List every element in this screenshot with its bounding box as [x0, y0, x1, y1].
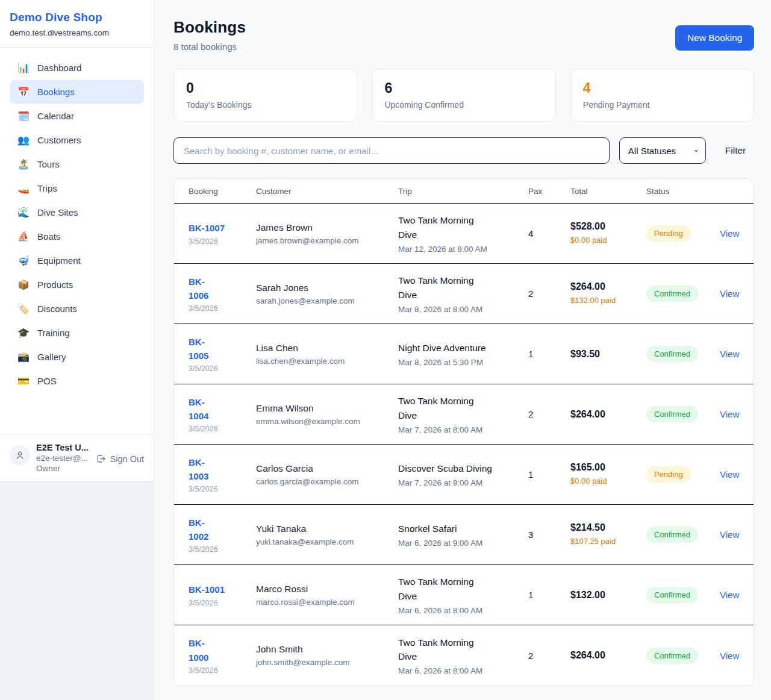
status-filter-select[interactable]: All Statuses — [619, 137, 706, 164]
pax-count: 1 — [528, 590, 570, 600]
sign-out-button[interactable]: Sign Out — [96, 454, 144, 464]
sidebar-item-products[interactable]: 📦Products — [10, 273, 144, 296]
trip-name: Two Tank Morning Dive — [398, 273, 495, 302]
sign-out-label: Sign Out — [110, 454, 144, 464]
view-link[interactable]: View — [720, 469, 739, 480]
column-header-booking: Booking — [189, 187, 256, 196]
booking-id-link[interactable]: BK- 1005 — [189, 335, 256, 363]
table-row: BK-1007 3/5/2026 James Brown james.brown… — [174, 204, 754, 264]
view-link[interactable]: View — [720, 289, 739, 299]
trip-name: Snorkel Safari — [398, 522, 495, 536]
sidebar-item-label: Bookings — [37, 87, 75, 97]
column-header-customer: Customer — [256, 187, 398, 196]
sidebar-item-dashboard[interactable]: 📊Dashboard — [10, 56, 144, 80]
customer-email: james.brown@example.com — [256, 236, 398, 245]
sidebar-item-boats[interactable]: ⛵Boats — [10, 225, 144, 248]
sidebar-item-label: Dive Sites — [37, 207, 78, 217]
view-link[interactable]: View — [720, 349, 739, 359]
total-cell: $132.00 — [570, 590, 646, 601]
booking-date: 3/5/2026 — [189, 425, 256, 433]
sidebar-item-label: POS — [37, 376, 57, 386]
customer-cell: Emma Wilson emma.wilson@example.com — [256, 403, 398, 426]
table-row: BK- 1004 3/5/2026 Emma Wilson emma.wilso… — [174, 384, 754, 445]
stat-value: 4 — [583, 80, 741, 96]
customer-email: marco.rossi@example.com — [256, 598, 398, 607]
table-row: BK- 1000 3/5/2026 John Smith john.smith@… — [174, 625, 754, 686]
total-cell: $93.50 — [570, 349, 646, 360]
status-badge: Confirmed — [646, 406, 698, 422]
pos-card-icon: 💳 — [17, 375, 30, 387]
view-link[interactable]: View — [720, 409, 739, 419]
booking-id-link[interactable]: BK- 1006 — [189, 275, 256, 303]
status-cell: Confirmed — [646, 648, 720, 664]
dashboard-chart-icon: 📊 — [17, 62, 30, 73]
sidebar-item-label: Products — [37, 280, 73, 290]
customer-cell: Sarah Jones sarah.jones@example.com — [256, 283, 398, 305]
sidebar-item-tours[interactable]: 🏝️Tours — [10, 152, 144, 176]
sidebar-item-discounts[interactable]: 🏷️Discounts — [10, 297, 144, 320]
table-row: BK- 1002 3/5/2026 Yuki Tanaka yuki.tanak… — [174, 505, 754, 565]
view-link[interactable]: View — [720, 530, 739, 540]
booking-id-link[interactable]: BK-1001 — [189, 583, 256, 596]
booking-id-link[interactable]: BK-1007 — [189, 221, 256, 235]
status-cell: Pending — [646, 466, 720, 483]
paid-amount: $0.00 paid — [570, 235, 619, 246]
equipment-mask-icon: 🤿 — [17, 255, 30, 266]
sidebar-item-gallery[interactable]: 📸Gallery — [10, 345, 144, 369]
booking-id-link[interactable]: BK- 1003 — [189, 455, 256, 484]
trip-name: Two Tank Morning Dive — [398, 636, 495, 664]
customer-name: Lisa Chen — [256, 343, 398, 354]
booking-cell: BK-1007 3/5/2026 — [189, 221, 256, 245]
page-title: Bookings — [173, 18, 246, 37]
view-link[interactable]: View — [720, 651, 739, 661]
bookings-calendar-icon: 📅 — [17, 86, 30, 98]
search-input[interactable] — [173, 137, 610, 164]
user-section: E2E Test U... e2e-tester@... Owner Sign … — [0, 434, 154, 481]
paid-amount: $107.25 paid — [570, 536, 619, 547]
status-badge: Confirmed — [646, 346, 698, 362]
total-amount: $93.50 — [570, 349, 646, 360]
status-badge: Pending — [646, 225, 691, 242]
dive-sites-wave-icon: 🌊 — [17, 207, 30, 218]
sidebar-item-dive-sites[interactable]: 🌊Dive Sites — [10, 201, 144, 224]
sidebar-item-training[interactable]: 🎓Training — [10, 321, 144, 345]
sidebar-item-label: Training — [37, 328, 70, 338]
customer-email: john.smith@example.com — [256, 658, 398, 667]
trips-boat-icon: 🚤 — [17, 183, 30, 194]
trip-cell: Two Tank Morning Dive Mar 6, 2026 at 8:0… — [398, 575, 528, 615]
sidebar-item-trips[interactable]: 🚤Trips — [10, 177, 144, 200]
booking-id-link[interactable]: BK- 1002 — [189, 516, 256, 544]
main-content: Bookings 8 total bookings New Booking 0 … — [154, 0, 771, 700]
sidebar-item-label: Equipment — [37, 255, 81, 266]
status-badge: Pending — [646, 466, 691, 483]
filter-button[interactable]: Filter — [716, 145, 754, 156]
filter-controls: All Statuses ⌄ Filter — [173, 137, 754, 164]
user-info: E2E Test U... e2e-tester@... Owner — [36, 443, 90, 473]
sidebar-item-equipment[interactable]: 🤿Equipment — [10, 249, 144, 272]
sidebar-item-pos[interactable]: 💳POS — [10, 369, 144, 393]
status-cell: Confirmed — [646, 406, 720, 422]
trip-cell: Snorkel Safari Mar 6, 2026 at 9:00 AM — [398, 522, 528, 548]
new-booking-button[interactable]: New Booking — [675, 25, 754, 51]
brand-name: Demo Dive Shop — [10, 11, 144, 24]
booking-id-link[interactable]: BK- 1000 — [189, 636, 256, 664]
sidebar-item-customers[interactable]: 👥Customers — [10, 128, 144, 152]
booking-id-link[interactable]: BK- 1004 — [189, 395, 256, 423]
trip-datetime: Mar 8, 2026 at 5:30 PM — [398, 358, 528, 367]
discounts-tag-icon: 🏷️ — [17, 303, 30, 314]
status-cell: Confirmed — [646, 587, 720, 603]
total-cell: $528.00 $0.00 paid — [570, 221, 646, 246]
products-package-icon: 📦 — [17, 279, 30, 290]
booking-date: 3/5/2026 — [189, 599, 256, 607]
sidebar-item-bookings[interactable]: 📅Bookings — [10, 80, 144, 104]
stat-card-upcoming-confirmed: 6 Upcoming Confirmed — [372, 69, 555, 122]
booking-date: 3/5/2026 — [189, 304, 256, 313]
view-link[interactable]: View — [720, 590, 739, 600]
customer-email: lisa.chen@example.com — [256, 357, 398, 366]
status-cell: Confirmed — [646, 286, 720, 302]
total-amount: $264.00 — [570, 281, 646, 292]
stats-row: 0 Today's Bookings 6 Upcoming Confirmed … — [173, 69, 754, 122]
calendar-icon: 🗓️ — [17, 110, 30, 122]
view-link[interactable]: View — [720, 228, 739, 239]
sidebar-item-calendar[interactable]: 🗓️Calendar — [10, 104, 144, 128]
